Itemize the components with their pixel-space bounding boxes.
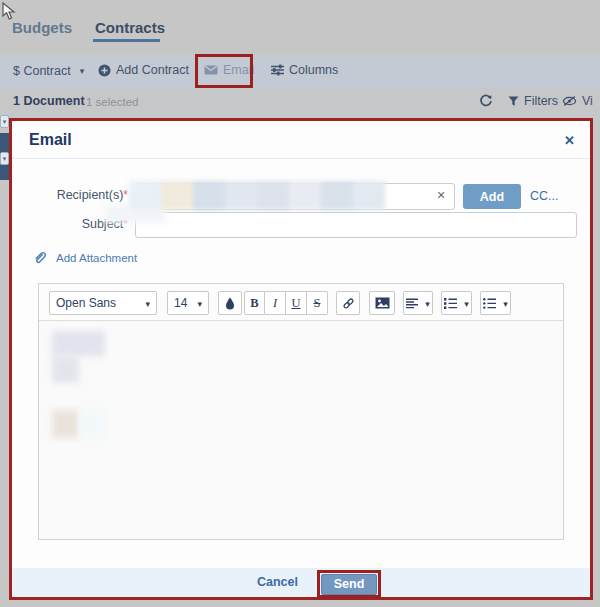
view-button[interactable]: Vi bbox=[562, 94, 593, 108]
sliders-icon bbox=[271, 64, 284, 76]
subject-input[interactable] bbox=[135, 212, 577, 238]
cc-link[interactable]: CC... bbox=[530, 189, 558, 203]
underline-button[interactable]: U bbox=[286, 291, 307, 315]
columns-button[interactable]: Columns bbox=[271, 63, 338, 77]
mouse-cursor bbox=[2, 2, 17, 21]
caret-down-icon bbox=[193, 296, 202, 310]
recipients-label: Recipient(s)* bbox=[20, 188, 128, 202]
envelope-icon bbox=[204, 65, 218, 75]
row-expand-chevron[interactable]: ▾ bbox=[0, 152, 9, 165]
image-icon bbox=[375, 297, 390, 309]
modal-title: Email bbox=[29, 131, 72, 149]
add-contract-button[interactable]: Add Contract bbox=[98, 63, 189, 77]
email-body-area[interactable] bbox=[39, 321, 563, 540]
add-recipient-button[interactable]: Add bbox=[463, 184, 521, 209]
active-tab-underline bbox=[93, 39, 160, 42]
filters-label: Filters bbox=[524, 94, 558, 108]
italic-button[interactable]: I bbox=[265, 291, 286, 315]
insert-image-button[interactable] bbox=[369, 291, 395, 315]
font-family-value: Open Sans bbox=[56, 296, 116, 310]
text-color-button[interactable] bbox=[218, 291, 242, 315]
document-count: 1 Document bbox=[13, 94, 85, 108]
link-icon bbox=[342, 297, 355, 310]
ordered-list-icon bbox=[444, 298, 457, 309]
refresh-button[interactable] bbox=[479, 94, 493, 108]
contract-menu-label: $ Contract bbox=[13, 64, 71, 78]
email-body-editor: Open Sans 14 B I U S bbox=[38, 283, 564, 540]
insert-link-button[interactable] bbox=[336, 291, 360, 315]
tab-contracts[interactable]: Contracts bbox=[95, 19, 165, 36]
font-size-select[interactable]: 14 bbox=[167, 291, 209, 315]
strikethrough-button[interactable]: S bbox=[307, 291, 328, 315]
refresh-icon bbox=[479, 94, 493, 108]
bullet-list-icon bbox=[483, 298, 496, 309]
bullet-list-select[interactable] bbox=[480, 291, 511, 315]
filters-button[interactable]: Filters bbox=[508, 94, 558, 108]
contract-menu-button[interactable]: $ Contract bbox=[13, 64, 84, 78]
redacted-body-text bbox=[52, 331, 105, 356]
close-icon[interactable]: ✕ bbox=[564, 133, 575, 148]
redacted-body-text bbox=[79, 410, 106, 438]
columns-button-label: Columns bbox=[289, 63, 338, 77]
email-button[interactable]: Email bbox=[204, 63, 254, 77]
font-size-value: 14 bbox=[174, 296, 187, 310]
add-attachment-label: Add Attachment bbox=[56, 252, 137, 264]
font-family-select[interactable]: Open Sans bbox=[49, 291, 157, 315]
eye-slash-icon bbox=[562, 95, 577, 107]
send-button-highlight-box: Send bbox=[317, 570, 381, 598]
droplet-icon bbox=[225, 297, 235, 310]
row-expand-chevron[interactable]: ▾ bbox=[0, 115, 9, 128]
caret-down-icon bbox=[421, 296, 430, 310]
editor-toolbar: Open Sans 14 B I U S bbox=[39, 284, 563, 321]
caret-down-icon bbox=[460, 296, 469, 310]
add-contract-label: Add Contract bbox=[116, 63, 189, 77]
recipients-label-text: Recipient(s) bbox=[57, 188, 124, 202]
modal-header-divider bbox=[12, 158, 590, 159]
selected-count: 1 selected bbox=[86, 96, 138, 108]
view-label: Vi bbox=[582, 94, 593, 108]
app-window: Budgets Contracts $ Contract Add Contrac… bbox=[0, 0, 600, 607]
caret-down-icon bbox=[141, 296, 150, 310]
ordered-list-select[interactable] bbox=[441, 291, 472, 315]
email-modal: Email ✕ Recipient(s)* × Add CC... Subjec… bbox=[9, 118, 593, 600]
clear-recipients-icon[interactable]: × bbox=[437, 187, 445, 203]
align-select[interactable] bbox=[403, 291, 433, 315]
redacted-body-text bbox=[52, 356, 79, 383]
plus-circle-icon bbox=[98, 64, 111, 77]
caret-down-icon bbox=[499, 296, 508, 310]
tab-budgets[interactable]: Budgets bbox=[12, 19, 72, 36]
required-asterisk: * bbox=[123, 188, 128, 202]
redacted-recipients-text bbox=[129, 181, 385, 210]
align-left-icon bbox=[406, 298, 418, 309]
format-button-group: B I U S bbox=[244, 291, 328, 315]
send-button[interactable]: Send bbox=[321, 574, 377, 595]
bold-button[interactable]: B bbox=[244, 291, 265, 315]
filter-funnel-icon bbox=[508, 96, 519, 107]
add-attachment-link[interactable]: Add Attachment bbox=[33, 250, 137, 265]
email-button-label: Email bbox=[223, 63, 254, 77]
redacted-body-text bbox=[52, 410, 79, 438]
modal-footer bbox=[12, 568, 590, 597]
paperclip-icon bbox=[33, 250, 48, 265]
cancel-button[interactable]: Cancel bbox=[257, 575, 298, 589]
